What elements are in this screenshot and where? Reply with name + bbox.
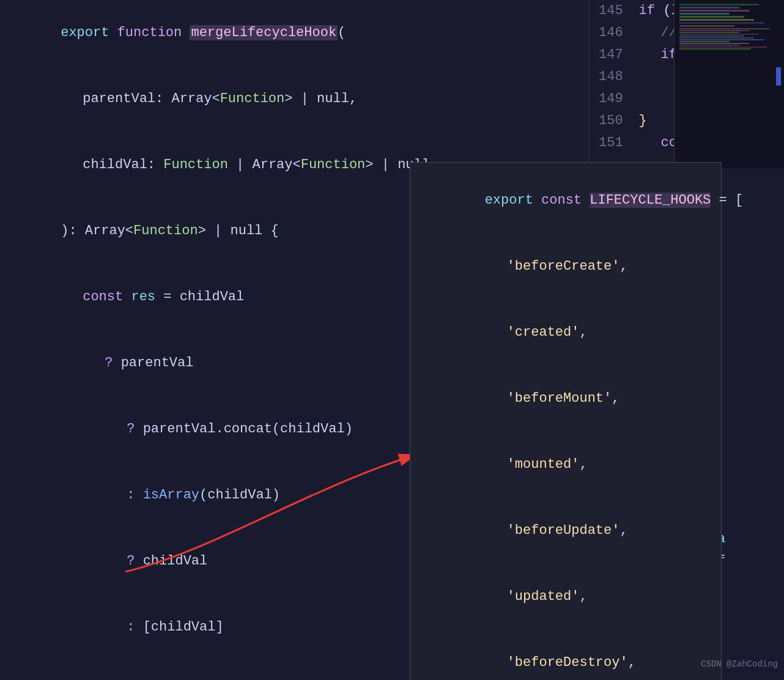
keyword-function: function [117,25,190,40]
popup-item-6: 'updated', [420,564,711,630]
popup-code-content: export const LIFECYCLE_HOOKS = [ 'before… [410,163,721,680]
code-line-2: parentVal: Array<Function> | null, [12,66,576,132]
code-editor: export function mergeLifecycleHook( pare… [0,0,784,680]
popup-item-3: 'beforeMount', [420,366,711,432]
lifecycle-hooks-name: LIFECYCLE_HOOKS [590,193,711,208]
func-name-highlight: mergeLifecycleHook [190,25,338,40]
popup-item-4: 'mounted', [420,432,711,498]
popup-item-2: 'created', [420,300,711,366]
minimap [674,0,784,168]
lifecycle-hooks-popup: export const LIFECYCLE_HOOKS = [ 'before… [410,162,722,680]
keyword-export: export [61,25,117,40]
popup-item-5: 'beforeUpdate', [420,498,711,564]
popup-item-1: 'beforeCreate', [420,234,711,300]
popup-header-line: export const LIFECYCLE_HOOKS = [ [420,168,711,234]
code-line-1: export function mergeLifecycleHook( [12,0,576,66]
watermark: CSDN @ZahCoding [701,653,778,675]
popup-item-7: 'beforeDestroy', [420,630,711,680]
